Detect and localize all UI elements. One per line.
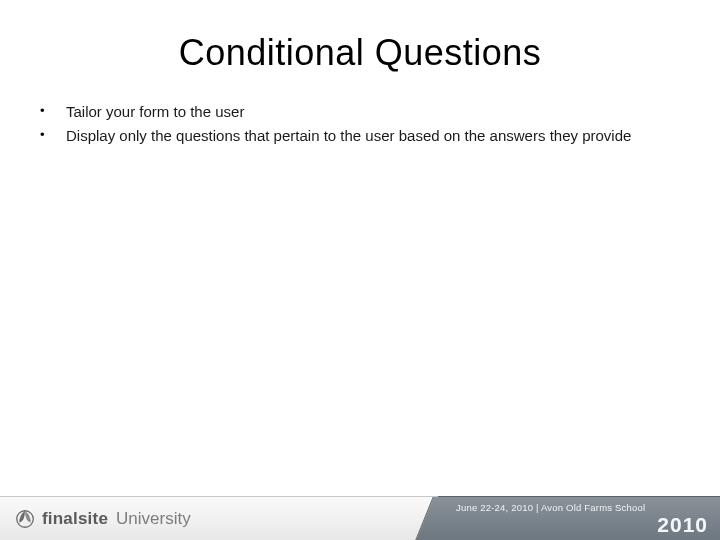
footer-event: June 22-24, 2010 | Avon Old Farms School… xyxy=(438,496,720,540)
bullet-list: Tailor your form to the user Display onl… xyxy=(30,102,680,147)
list-item: Display only the questions that pertain … xyxy=(30,126,680,146)
slide-footer: finalsite University June 22-24, 2010 | … xyxy=(0,496,720,540)
leaf-globe-icon xyxy=(14,508,36,530)
footer-brand: finalsite University xyxy=(0,496,438,540)
brand-name-strong: finalsite xyxy=(42,509,108,529)
list-item: Tailor your form to the user xyxy=(30,102,680,122)
svg-point-0 xyxy=(17,510,34,527)
brand-name-light: University xyxy=(116,509,191,529)
slide-title: Conditional Questions xyxy=(0,32,720,74)
event-dates-location: June 22-24, 2010 | Avon Old Farms School xyxy=(456,502,708,513)
event-year: 2010 xyxy=(456,514,708,535)
